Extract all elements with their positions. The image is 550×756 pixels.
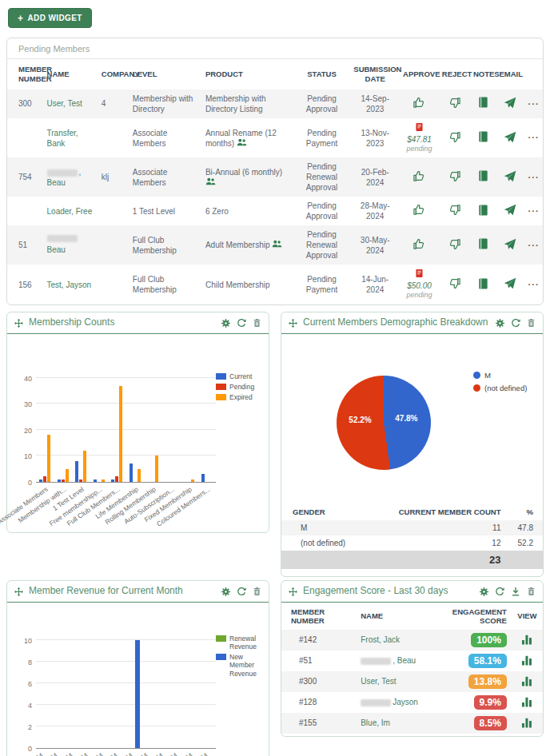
notes-icon[interactable] [477, 130, 489, 143]
y-tick-label: 6 [28, 680, 32, 688]
move-icon[interactable] [289, 319, 297, 328]
group-icon [272, 240, 282, 248]
total-row: 23 [281, 551, 543, 569]
legend-label: Current [229, 372, 252, 380]
gear-icon[interactable] [221, 587, 230, 596]
add-widget-button[interactable]: + ADD WIDGET [8, 8, 92, 28]
thumb-down-icon[interactable] [448, 203, 461, 217]
row-menu-button[interactable]: ··· [528, 173, 540, 182]
y-tick-label: 4 [28, 702, 32, 710]
member-name-link[interactable]: Loader, Free [47, 207, 93, 216]
view-chart-icon[interactable] [521, 675, 533, 686]
trash-icon[interactable] [253, 587, 261, 596]
bar [135, 640, 140, 748]
demographics-widget: Current Members Demographic Breakdown 47… [281, 312, 544, 577]
bar-group [126, 379, 145, 482]
bar-group [162, 379, 181, 482]
trash-icon[interactable] [527, 318, 536, 328]
amount-note: pending [403, 145, 436, 154]
thumb-up-icon[interactable] [412, 203, 426, 217]
view-chart-icon[interactable] [521, 696, 533, 707]
view-chart-icon[interactable] [521, 655, 533, 666]
trash-icon[interactable] [527, 587, 536, 596]
pie: 47.8%52.2% [337, 376, 431, 470]
row-menu-cell: ··· [524, 265, 543, 304]
refresh-icon[interactable] [495, 587, 504, 596]
legend-swatch [216, 654, 226, 660]
notes-icon[interactable] [477, 96, 489, 109]
row-menu-button[interactable]: ··· [528, 206, 540, 216]
score-cell: 58.1% [448, 651, 512, 671]
thumb-up-icon[interactable] [412, 96, 426, 109]
thumb-up-icon[interactable] [412, 237, 426, 251]
member-name-link[interactable]: User, Test [47, 99, 82, 108]
notes-icon[interactable] [477, 204, 489, 217]
move-icon[interactable] [14, 319, 23, 328]
trash-icon[interactable] [253, 318, 261, 328]
status-cell: Pending Approval [293, 197, 351, 225]
email-icon[interactable] [504, 277, 516, 289]
member-name-link[interactable]: , Beau [393, 656, 416, 665]
view-chart-icon[interactable] [521, 717, 533, 728]
email-icon[interactable] [504, 170, 516, 182]
row-menu-button[interactable]: ··· [528, 280, 540, 289]
member-name-link[interactable]: Test, Jayson [47, 281, 92, 289]
pie-legend: M(not defined) [473, 371, 527, 396]
member-name-link[interactable]: Blue, Im [361, 718, 390, 727]
refresh-icon[interactable] [237, 318, 246, 328]
gridline [36, 704, 216, 705]
thumb-down-icon[interactable] [448, 169, 461, 183]
name-cell: Transfer, Bank [44, 118, 98, 158]
view-chart-icon[interactable] [521, 634, 533, 645]
thumb-down-icon[interactable] [448, 96, 461, 109]
row-menu-button[interactable]: ··· [528, 241, 540, 250]
move-icon[interactable] [14, 587, 23, 596]
bar [138, 469, 141, 482]
thumb-down-icon[interactable] [448, 130, 461, 144]
thumb-down-icon[interactable] [448, 237, 461, 251]
thumb-up-icon[interactable] [412, 169, 426, 183]
gear-icon[interactable] [221, 319, 230, 328]
widget-title: Member Revenue for Current Month [29, 586, 216, 597]
refresh-icon[interactable] [511, 318, 520, 328]
notes-icon[interactable] [477, 277, 489, 290]
table-row: #300User, Test13.8% [281, 671, 543, 692]
email-icon[interactable] [504, 204, 516, 216]
membership-counts-chart: 010203040Associate MembersMembership wit… [7, 334, 269, 529]
status-cell: Pending Payment [293, 118, 351, 158]
name-cell: User, Test [44, 90, 98, 118]
member-name-link[interactable]: Transfer, Bank [47, 129, 78, 148]
download-icon[interactable] [511, 587, 520, 596]
thumb-down-icon[interactable] [448, 277, 461, 290]
name-cell: Jayson [356, 692, 448, 713]
email-icon[interactable] [504, 238, 516, 250]
y-tick-label: 20 [24, 427, 32, 435]
gear-icon[interactable] [480, 587, 488, 596]
product-cell: Membership with Directory Listing [202, 90, 293, 118]
email-icon[interactable] [504, 97, 516, 109]
gear-icon[interactable] [496, 319, 504, 328]
member-name-link[interactable]: User, Test [361, 677, 396, 686]
row-menu-cell: ··· [524, 90, 543, 118]
notes-icon[interactable] [477, 169, 489, 182]
product-cell: Bi-Annual (6 monthly) [202, 157, 293, 197]
table-row: 754, BeaukljAssociate MembersBi-Annual (… [7, 157, 543, 197]
bar [191, 479, 194, 482]
move-icon[interactable] [289, 587, 297, 596]
legend-label: Expired [229, 393, 253, 401]
row-menu-button[interactable]: ··· [528, 99, 540, 109]
email-icon[interactable] [504, 131, 516, 143]
company-cell [98, 118, 130, 158]
y-tick-label: 30 [24, 400, 32, 408]
amount-text: $47.81 [407, 135, 432, 144]
row-menu-button[interactable]: ··· [528, 133, 540, 142]
notes-icon[interactable] [477, 237, 489, 250]
redacted-text [361, 658, 391, 665]
member-name-link[interactable]: Beau [47, 245, 66, 254]
product-cell: Annual Rename (12 months) [202, 118, 293, 158]
bar-group [36, 379, 54, 482]
member-name-link[interactable]: Frost, Jack [361, 635, 400, 644]
refresh-icon[interactable] [237, 587, 246, 596]
plot [36, 379, 216, 483]
member-name-link[interactable]: Jayson [393, 698, 418, 706]
